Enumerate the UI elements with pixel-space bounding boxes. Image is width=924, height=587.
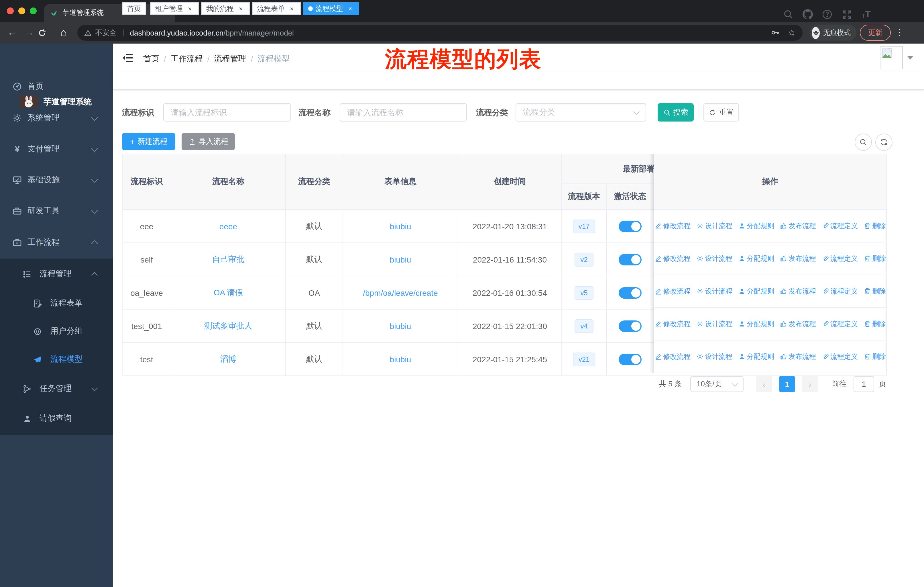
- delete-link[interactable]: 删除: [864, 319, 886, 329]
- sidebar-fold-icon[interactable]: [122, 49, 135, 66]
- traffic-light-zoom[interactable]: [30, 7, 37, 14]
- active-toggle[interactable]: [619, 254, 642, 265]
- create-process-button[interactable]: + 新建流程: [122, 133, 175, 150]
- traffic-light-minimize[interactable]: [18, 7, 25, 14]
- design-process-link[interactable]: 设计流程: [696, 286, 733, 296]
- active-toggle[interactable]: [619, 320, 642, 332]
- key-icon[interactable]: [771, 28, 780, 37]
- publish-process-link[interactable]: 发布流程: [780, 352, 816, 361]
- tag-my-process[interactable]: 我的流程×: [201, 2, 250, 15]
- tag-process-form[interactable]: 流程表单×: [252, 2, 301, 15]
- version-badge[interactable]: v2: [574, 253, 593, 266]
- process-definition-link[interactable]: 流程定义: [822, 286, 858, 296]
- sidebar-item-infrastructure[interactable]: 基础设施: [0, 165, 113, 195]
- traffic-light-close[interactable]: [7, 7, 14, 14]
- process-definition-link[interactable]: 流程定义: [822, 254, 858, 263]
- active-toggle[interactable]: [619, 220, 642, 232]
- sidebar-item-home[interactable]: 首页: [0, 71, 113, 102]
- modify-process-link[interactable]: 修改流程: [655, 254, 691, 263]
- process-definition-link[interactable]: 流程定义: [822, 319, 858, 329]
- goto-page-input[interactable]: [853, 376, 874, 392]
- publish-process-link[interactable]: 发布流程: [780, 221, 816, 231]
- close-icon[interactable]: ×: [186, 5, 194, 12]
- delete-link[interactable]: 删除: [864, 286, 886, 296]
- publish-process-link[interactable]: 发布流程: [780, 254, 816, 263]
- github-icon[interactable]: [799, 0, 817, 29]
- assign-rule-link[interactable]: 分配规则: [738, 254, 774, 263]
- form-info-link[interactable]: biubiu: [390, 255, 411, 264]
- design-process-link[interactable]: 设计流程: [696, 221, 733, 231]
- sidebar-item-process-form[interactable]: 流程表单: [0, 288, 113, 319]
- assign-rule-link[interactable]: 分配规则: [738, 221, 774, 231]
- refresh-button[interactable]: [875, 134, 893, 151]
- help-icon[interactable]: [818, 0, 837, 29]
- import-process-button[interactable]: 导入流程: [182, 133, 235, 150]
- assign-rule-link[interactable]: 分配规则: [738, 286, 774, 296]
- process-name-link[interactable]: eeee: [219, 222, 237, 231]
- process-definition-link[interactable]: 流程定义: [822, 352, 858, 361]
- caret-down-icon[interactable]: [908, 56, 913, 60]
- address-bar[interactable]: 不安全 | dashboard.yudao.iocoder.cn /bpm/ma…: [78, 25, 803, 41]
- search-button[interactable]: 搜索: [658, 103, 694, 122]
- forward-icon[interactable]: →: [21, 27, 38, 38]
- process-name-link[interactable]: 自己审批: [212, 254, 244, 265]
- active-toggle[interactable]: [619, 287, 642, 298]
- version-badge[interactable]: v17: [573, 219, 596, 233]
- version-badge[interactable]: v21: [573, 352, 596, 366]
- toggle-search-button[interactable]: [855, 134, 872, 151]
- version-badge[interactable]: v4: [574, 319, 593, 333]
- breadcrumb-workflow[interactable]: 工作流程: [171, 54, 203, 64]
- fullscreen-icon[interactable]: [838, 0, 856, 29]
- design-process-link[interactable]: 设计流程: [696, 319, 733, 329]
- sidebar-item-task-management[interactable]: 任务管理: [0, 373, 113, 404]
- sidebar-item-user-group[interactable]: 用户分组: [0, 316, 113, 347]
- design-process-link[interactable]: 设计流程: [696, 254, 733, 263]
- modify-process-link[interactable]: 修改流程: [655, 352, 691, 361]
- modify-process-link[interactable]: 修改流程: [655, 286, 691, 296]
- sidebar-item-process-management[interactable]: 流程管理: [0, 258, 113, 289]
- version-badge[interactable]: v5: [574, 286, 593, 299]
- form-info-link[interactable]: /bpm/oa/leave/create: [363, 288, 438, 297]
- sidebar-item-payment[interactable]: ¥ 支付管理: [0, 134, 113, 165]
- form-info-link[interactable]: biubiu: [390, 355, 411, 364]
- close-icon[interactable]: ×: [288, 5, 295, 12]
- prev-page-button[interactable]: ‹: [756, 376, 772, 392]
- filter-name-input[interactable]: [340, 103, 467, 122]
- delete-link[interactable]: 删除: [864, 352, 886, 361]
- breadcrumb-process-management[interactable]: 流程管理: [214, 54, 246, 64]
- process-name-link[interactable]: 测试多审批人: [204, 321, 252, 331]
- page-1-button[interactable]: 1: [779, 376, 795, 392]
- form-info-link[interactable]: biubiu: [390, 321, 411, 331]
- sidebar-logo[interactable]: 芋道管理系统: [0, 43, 113, 72]
- home-icon[interactable]: ⌂: [55, 26, 72, 39]
- back-icon[interactable]: ←: [3, 27, 21, 38]
- header-search-icon[interactable]: [779, 0, 797, 29]
- font-size-icon[interactable]: TT: [857, 0, 875, 29]
- breadcrumb-home[interactable]: 首页: [143, 54, 159, 64]
- sidebar-item-devtools[interactable]: 研发工具: [0, 195, 113, 227]
- sidebar-item-system[interactable]: 系统管理: [0, 103, 113, 134]
- form-info-link[interactable]: biubiu: [390, 222, 411, 231]
- process-definition-link[interactable]: 流程定义: [822, 221, 858, 231]
- modify-process-link[interactable]: 修改流程: [655, 221, 691, 231]
- publish-process-link[interactable]: 发布流程: [780, 286, 816, 296]
- bookmark-star-icon[interactable]: ☆: [788, 28, 796, 38]
- close-icon[interactable]: ×: [346, 5, 354, 12]
- page-size-select[interactable]: 10条/页: [690, 376, 744, 392]
- sidebar-item-leave-query[interactable]: 请假查询: [0, 403, 113, 434]
- browser-menu-icon[interactable]: ⋮: [895, 28, 903, 37]
- publish-process-link[interactable]: 发布流程: [780, 319, 816, 329]
- reset-button[interactable]: 重置: [703, 103, 739, 122]
- sidebar-item-process-model[interactable]: 流程模型: [0, 344, 113, 375]
- active-toggle[interactable]: [619, 354, 642, 365]
- assign-rule-link[interactable]: 分配规则: [738, 319, 774, 329]
- tag-tenant[interactable]: 租户管理×: [150, 2, 199, 15]
- tag-process-model[interactable]: 流程模型×: [303, 2, 359, 15]
- process-name-link[interactable]: OA 请假: [214, 288, 243, 298]
- reload-icon[interactable]: [38, 28, 55, 37]
- delete-link[interactable]: 删除: [864, 254, 886, 263]
- avatar[interactable]: [880, 46, 903, 69]
- design-process-link[interactable]: 设计流程: [696, 352, 733, 361]
- delete-link[interactable]: 删除: [864, 221, 886, 231]
- next-page-button[interactable]: ›: [802, 376, 818, 392]
